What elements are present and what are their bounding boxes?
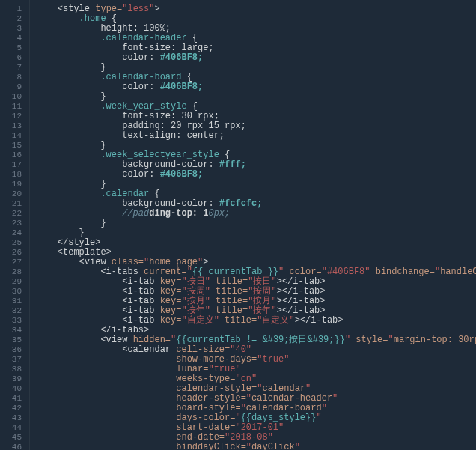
line-number: 29: [0, 277, 22, 287]
line-number: 4: [0, 34, 22, 43]
line-number: 30: [0, 287, 22, 297]
line-number: 45: [0, 433, 22, 443]
line-number: 26: [0, 248, 22, 258]
line-number: 19: [0, 180, 22, 189]
line-number: 32: [0, 306, 22, 316]
line-number: 13: [0, 121, 22, 131]
line-number: 34: [0, 326, 22, 335]
line-number: 35: [0, 335, 22, 345]
line-number: 17: [0, 160, 22, 170]
line-number: 18: [0, 170, 22, 180]
line-number: 46: [0, 443, 22, 450]
line-number: 23: [0, 219, 22, 228]
line-number: 5: [0, 43, 22, 53]
line-number: 33: [0, 316, 22, 326]
line-number: 9: [0, 82, 22, 92]
line-number: 24: [0, 228, 22, 238]
line-number: 20: [0, 189, 22, 199]
line-number: 1: [0, 4, 22, 14]
line-number: 40: [0, 384, 22, 394]
line-number: 10: [0, 92, 22, 102]
line-number: 42: [0, 404, 22, 413]
line-number: 25: [0, 238, 22, 248]
line-number: 37: [0, 355, 22, 365]
code-line[interactable]: }: [36, 219, 476, 228]
line-number: 3: [0, 24, 22, 34]
code-area[interactable]: <style type="less"> .home { height: 100%…: [30, 0, 476, 450]
line-number: 14: [0, 131, 22, 141]
line-number: 16: [0, 150, 22, 160]
line-number: 39: [0, 374, 22, 384]
line-number: 8: [0, 73, 22, 82]
line-number: 11: [0, 102, 22, 112]
line-number: 36: [0, 345, 22, 355]
line-number: 6: [0, 53, 22, 63]
line-number: 12: [0, 112, 22, 121]
line-number: 43: [0, 413, 22, 423]
line-number: 28: [0, 267, 22, 277]
line-number: 2: [0, 14, 22, 24]
line-number: 38: [0, 365, 22, 374]
line-number: 15: [0, 141, 22, 150]
line-number: 41: [0, 394, 22, 404]
line-number-gutter: 1234567891011121314151617181920212223242…: [0, 0, 30, 450]
line-number: 44: [0, 423, 22, 433]
line-number: 21: [0, 199, 22, 209]
line-number: 31: [0, 297, 22, 306]
code-editor[interactable]: 1234567891011121314151617181920212223242…: [0, 0, 476, 450]
line-number: 7: [0, 63, 22, 73]
line-number: 22: [0, 209, 22, 219]
line-number: 27: [0, 258, 22, 267]
code-line[interactable]: }: [36, 228, 476, 238]
code-line[interactable]: binddayClick="dayClick": [36, 443, 476, 450]
